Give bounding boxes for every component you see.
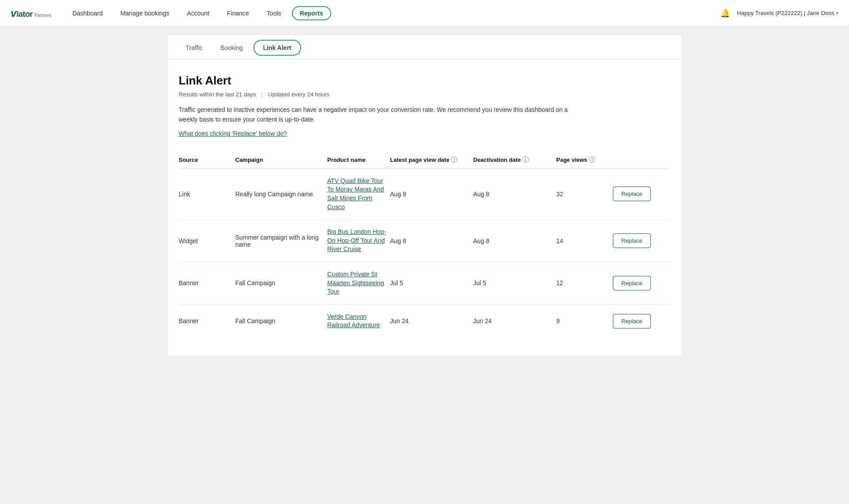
- logo-partners-label: Partners: [34, 13, 51, 18]
- product-link-1[interactable]: Big Bus London Hop-On Hop-Off Tour And R…: [327, 228, 386, 252]
- tab-booking[interactable]: Booking: [213, 35, 250, 59]
- cell-deactivation-0: Aug 8: [473, 191, 553, 198]
- cell-latest-date-1: Aug 8: [390, 237, 470, 244]
- col-deactivation-date: Deactivation date i: [473, 157, 553, 163]
- cell-latest-date-3: Jun 24: [390, 317, 470, 325]
- table-row: Banner Fall Campaign Verde Canyon Railro…: [179, 305, 670, 338]
- replace-button-2[interactable]: Replace: [613, 276, 651, 290]
- latest-page-view-info-icon[interactable]: i: [451, 157, 457, 163]
- col-campaign: Campaign: [235, 157, 324, 163]
- cell-product-0: ATV Quad Bike Tour To Moray Maras And Sa…: [327, 177, 386, 211]
- table-row: Widget Summer campaign with a long name …: [179, 220, 670, 262]
- cell-deactivation-2: Jul 5: [473, 279, 553, 286]
- chevron-down-icon: ▾: [836, 11, 838, 15]
- cell-source-3: Banner: [179, 317, 232, 325]
- product-link-0[interactable]: ATV Quad Bike Tour To Moray Maras And Sa…: [327, 177, 384, 210]
- cell-source-2: Banner: [179, 279, 232, 286]
- nav-item-dashboard[interactable]: Dashboard: [65, 6, 110, 20]
- deactivation-date-info-icon[interactable]: i: [523, 157, 529, 163]
- table-row: Banner Fall Campaign Custom Private St M…: [179, 262, 670, 305]
- meta-period: Results within the last 21 days: [179, 91, 256, 98]
- user-label: Happy Travels (P222222) | Jane Doos: [737, 10, 834, 16]
- main-header: viator Partners Dashboard Manage booking…: [0, 0, 849, 27]
- cell-deactivation-3: Jun 24: [473, 317, 553, 325]
- bell-icon[interactable]: 🔔: [720, 8, 730, 18]
- page-views-info-icon[interactable]: i: [589, 157, 595, 163]
- col-product-name: Product name: [327, 157, 386, 163]
- meta-divider: |: [261, 91, 263, 98]
- cell-product-1: Big Bus London Hop-On Hop-Off Tour And R…: [327, 228, 386, 254]
- cell-product-3: Verde Canyon Railroad Adventure: [327, 313, 386, 330]
- cell-action-0: Replace: [613, 187, 670, 201]
- nav-item-finance[interactable]: Finance: [220, 6, 256, 20]
- cell-pageviews-1: 14: [556, 237, 609, 244]
- replace-button-1[interactable]: Replace: [613, 233, 651, 248]
- col-latest-page-view-date: Latest page view date i: [390, 157, 470, 163]
- help-link[interactable]: What does clicking 'Replace' below do?: [179, 130, 287, 137]
- cell-pageviews-0: 32: [556, 191, 609, 198]
- cell-action-1: Replace: [613, 233, 670, 248]
- data-table: Source Campaign Product name Latest page…: [179, 151, 670, 338]
- nav-item-reports[interactable]: Reports: [292, 6, 331, 20]
- logo: viator Partners: [11, 7, 51, 19]
- meta-row: Results within the last 21 days | Update…: [179, 91, 670, 98]
- content-card: Traffic Booking Link Alert Link Alert Re…: [168, 35, 681, 355]
- page-description: Traffic generated to inactive experience…: [179, 105, 577, 125]
- cell-source-0: Link: [179, 191, 232, 198]
- meta-update: Updated every 24 hours: [268, 91, 329, 98]
- cell-campaign-1: Summer campaign with a long name: [235, 234, 324, 248]
- tab-link-alert[interactable]: Link Alert: [253, 40, 301, 56]
- header-right: 🔔 Happy Travels (P222222) | Jane Doos ▾: [720, 8, 838, 18]
- main-nav: Dashboard Manage bookings Account Financ…: [65, 6, 720, 20]
- page-content: Link Alert Results within the last 21 da…: [168, 60, 681, 355]
- cell-pageviews-3: 9: [556, 317, 609, 325]
- nav-item-account[interactable]: Account: [180, 6, 217, 20]
- nav-item-manage-bookings[interactable]: Manage bookings: [113, 6, 176, 20]
- cell-campaign-2: Fall Campaign: [235, 279, 324, 286]
- table-row: Link Really long Campaign name ATV Quad …: [179, 169, 670, 220]
- product-link-2[interactable]: Custom Private St Maarten Sightseeing To…: [327, 271, 384, 295]
- cell-latest-date-0: Aug 8: [390, 191, 470, 198]
- main-wrapper: Traffic Booking Link Alert Link Alert Re…: [159, 35, 690, 355]
- replace-button-0[interactable]: Replace: [613, 187, 651, 201]
- cell-pageviews-2: 12: [556, 279, 609, 286]
- col-source: Source: [179, 157, 232, 163]
- cell-campaign-3: Fall Campaign: [235, 317, 324, 325]
- cell-action-2: Replace: [613, 276, 670, 290]
- user-menu[interactable]: Happy Travels (P222222) | Jane Doos ▾: [737, 10, 838, 16]
- cell-latest-date-2: Jul 5: [390, 279, 470, 286]
- product-link-3[interactable]: Verde Canyon Railroad Adventure: [327, 313, 380, 329]
- replace-button-3[interactable]: Replace: [613, 314, 651, 328]
- cell-deactivation-1: Aug 8: [473, 237, 553, 244]
- cell-action-3: Replace: [613, 314, 670, 328]
- tab-traffic[interactable]: Traffic: [179, 35, 210, 59]
- table-header: Source Campaign Product name Latest page…: [179, 151, 670, 169]
- col-page-views: Page views i: [556, 157, 609, 163]
- page-title: Link Alert: [179, 74, 670, 88]
- nav-item-tools[interactable]: Tools: [260, 6, 288, 20]
- cell-source-1: Widget: [179, 237, 232, 244]
- tabs-bar: Traffic Booking Link Alert: [168, 35, 681, 60]
- cell-product-2: Custom Private St Maarten Sightseeing To…: [327, 270, 386, 296]
- cell-campaign-0: Really long Campaign name: [235, 191, 324, 198]
